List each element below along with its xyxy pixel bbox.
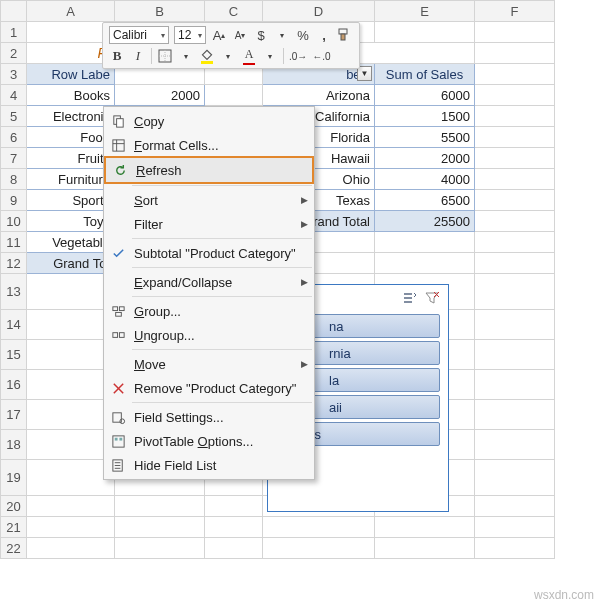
svg-rect-0 (339, 29, 347, 34)
decrease-decimal-button[interactable]: ←.0 (312, 47, 330, 65)
row-header[interactable]: 12 (1, 253, 27, 274)
svg-point-18 (119, 418, 124, 423)
decrease-font-button[interactable]: A▾ (232, 26, 248, 44)
ctx-field-settings[interactable]: Field Settings... (104, 405, 314, 429)
pivot2-val[interactable]: 4000 (375, 169, 475, 190)
pivot1-row[interactable]: Toys (27, 211, 115, 232)
ctx-move[interactable]: Move▶ (104, 352, 314, 376)
select-all-corner[interactable] (1, 1, 27, 22)
format-painter-button[interactable] (337, 26, 353, 44)
col-header-A[interactable]: A (27, 1, 115, 22)
pivot1-row[interactable]: Fruits (27, 148, 115, 169)
svg-rect-6 (116, 118, 123, 126)
ctx-ungroup[interactable]: Ungroup... (104, 323, 314, 347)
col-header-E[interactable]: E (375, 1, 475, 22)
ctx-hide-field-list[interactable]: Hide Field List (104, 453, 314, 477)
increase-font-button[interactable]: A▴ (211, 26, 227, 44)
pivot1-row[interactable]: Furniture (27, 169, 115, 190)
field-list-icon (106, 455, 130, 475)
clear-filter-icon[interactable] (424, 290, 440, 306)
svg-rect-10 (112, 306, 117, 310)
ctx-item-label: Ungroup... (130, 328, 308, 343)
dropdown-icon[interactable]: ▾ (262, 47, 278, 65)
pivot1-row[interactable]: Electronic (27, 106, 115, 127)
comma-button[interactable]: , (316, 26, 332, 44)
multi-select-icon[interactable] (402, 290, 418, 306)
dropdown-icon[interactable]: ▾ (274, 26, 290, 44)
ctx-copy[interactable]: Copy (104, 109, 314, 133)
pivot1-row[interactable]: Sports (27, 190, 115, 211)
ctx-item-label: Remove "Product Category" (130, 381, 308, 396)
svg-rect-12 (115, 312, 121, 316)
ctx-sort[interactable]: Sort▶ (104, 188, 314, 212)
col-header-D[interactable]: D (263, 1, 375, 22)
ctx-remove-product-category[interactable]: Remove "Product Category" (104, 376, 314, 400)
row-header[interactable]: 8 (1, 169, 27, 190)
pivot1-row[interactable]: Books (27, 85, 115, 106)
ctx-item-label: Refresh (132, 163, 306, 178)
row-header[interactable]: 13 (1, 274, 27, 310)
pivot2-row[interactable]: Arizona (263, 85, 375, 106)
context-menu[interactable]: CopyFormat Cells...RefreshSort▶Filter▶Su… (103, 106, 315, 480)
pivot2-val[interactable]: 6500 (375, 190, 475, 211)
ctx-filter[interactable]: Filter▶ (104, 212, 314, 236)
row-header[interactable]: 15 (1, 340, 27, 370)
selected-cell[interactable]: 2000 (115, 85, 205, 106)
fill-color-button[interactable] (199, 47, 215, 65)
col-header-C[interactable]: C (205, 1, 263, 22)
row-header[interactable]: 2 (1, 43, 27, 64)
row-header[interactable]: 21 (1, 517, 27, 538)
dropdown-icon[interactable]: ▾ (178, 47, 194, 65)
font-color-button[interactable]: A (241, 47, 257, 65)
ctx-item-label: Filter (130, 217, 301, 232)
currency-button[interactable]: $ (253, 26, 269, 44)
chevron-right-icon: ▶ (301, 195, 308, 205)
row-header[interactable]: 10 (1, 211, 27, 232)
font-size-combo[interactable]: 12▾ (174, 26, 206, 44)
increase-decimal-button[interactable]: .0→ (289, 47, 307, 65)
ctx-pivottable-options[interactable]: PivotTable Options... (104, 429, 314, 453)
font-name-combo[interactable]: Calibri▾ (109, 26, 169, 44)
pivot2-grand-total-value[interactable]: 25500 (375, 211, 475, 232)
row-header[interactable]: 18 (1, 430, 27, 460)
ctx-expand-collapse[interactable]: Expand/Collapse▶ (104, 270, 314, 294)
col-header-B[interactable]: B (115, 1, 205, 22)
ctx-format-cells[interactable]: Format Cells... (104, 133, 314, 157)
row-header[interactable]: 1 (1, 22, 27, 43)
row-header[interactable]: 19 (1, 460, 27, 496)
ctx-group[interactable]: Group... (104, 299, 314, 323)
row-header[interactable]: 17 (1, 400, 27, 430)
row-header[interactable]: 22 (1, 538, 27, 559)
pivot1-row[interactable]: Food (27, 127, 115, 148)
bold-button[interactable]: B (109, 47, 125, 65)
mini-toolbar[interactable]: Calibri▾ 12▾ A▴ A▾ $ ▾ % , B I ▾ ▾ A ▾ .… (102, 22, 360, 69)
row-header[interactable]: 14 (1, 310, 27, 340)
chevron-down-icon[interactable]: ▾ (198, 31, 202, 40)
pivot2-val[interactable]: 2000 (375, 148, 475, 169)
col-header-F[interactable]: F (475, 1, 555, 22)
pivot2-sum-header[interactable]: Sum of Sales (375, 64, 475, 85)
pivot2-val[interactable]: 6000 (375, 85, 475, 106)
row-header[interactable]: 7 (1, 148, 27, 169)
row-header[interactable]: 5 (1, 106, 27, 127)
italic-button[interactable]: I (130, 47, 146, 65)
pivot1-row[interactable]: Vegetable (27, 232, 115, 253)
row-header[interactable]: 4 (1, 85, 27, 106)
row-header[interactable]: 11 (1, 232, 27, 253)
percent-button[interactable]: % (295, 26, 311, 44)
dropdown-icon[interactable]: ▾ (220, 47, 236, 65)
group-icon (106, 301, 130, 321)
row-header[interactable]: 3 (1, 64, 27, 85)
pivot2-val[interactable]: 1500 (375, 106, 475, 127)
pivot2-val[interactable]: 5500 (375, 127, 475, 148)
ctx-subtotal-product-category[interactable]: Subtotal "Product Category" (104, 241, 314, 265)
pivot1-grand-total-label[interactable]: Grand Tot (27, 253, 115, 274)
chevron-down-icon[interactable]: ▾ (161, 31, 165, 40)
row-header[interactable]: 20 (1, 496, 27, 517)
row-header[interactable]: 16 (1, 370, 27, 400)
row-header[interactable]: 9 (1, 190, 27, 211)
row-header[interactable]: 6 (1, 127, 27, 148)
blank-icon (106, 354, 130, 374)
ctx-refresh[interactable]: Refresh (104, 156, 314, 184)
borders-button[interactable] (157, 47, 173, 65)
